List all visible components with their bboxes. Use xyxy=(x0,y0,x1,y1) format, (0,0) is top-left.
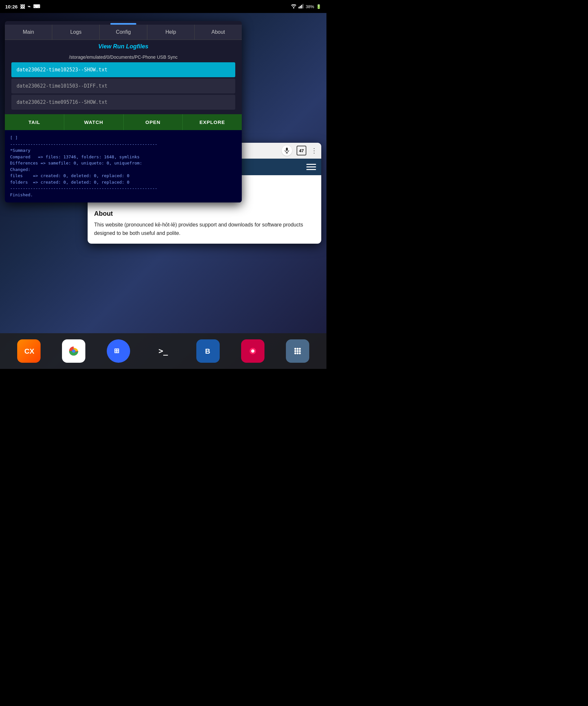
hamburger-icon[interactable] xyxy=(306,164,316,170)
svg-point-26 xyxy=(299,350,301,352)
path-label: /storage/emulated/0/Documents/PC-Phone U… xyxy=(5,53,242,62)
tab-bar: Main Logs Config Help About xyxy=(5,25,242,40)
status-time: 10:26 xyxy=(5,4,17,9)
svg-text:⊞: ⊞ xyxy=(114,347,119,354)
watch-button[interactable]: WATCH xyxy=(64,114,124,130)
dock-record-icon[interactable] xyxy=(241,339,265,363)
app-dock: CX ⊞ >_ B xyxy=(0,333,326,369)
file-list: date230622-time102523--SHOW.txt date2306… xyxy=(5,62,242,114)
dock-beacon-icon[interactable]: B xyxy=(196,339,220,363)
dock-cx-icon[interactable]: CX xyxy=(17,339,41,363)
status-gallery-icon: 🖼 xyxy=(20,4,25,9)
tab-config[interactable]: Config xyxy=(100,25,147,40)
about-section: About This website (pronounced kē-hōt-lē… xyxy=(88,207,321,244)
svg-point-21 xyxy=(294,348,296,350)
tab-about[interactable]: About xyxy=(195,25,242,40)
dock-terminal-icon[interactable]: >_ xyxy=(152,339,175,363)
dock-grid-icon[interactable] xyxy=(286,339,309,363)
svg-point-12 xyxy=(72,349,75,353)
svg-rect-1 xyxy=(299,7,300,8)
tail-button[interactable]: TAIL xyxy=(5,114,64,130)
svg-point-28 xyxy=(297,352,299,354)
svg-rect-2 xyxy=(300,6,301,8)
svg-rect-3 xyxy=(301,5,302,8)
about-title: About xyxy=(94,210,315,218)
file-item-1[interactable]: date230622-time101503--DIFF.txt xyxy=(11,79,235,93)
more-button[interactable]: ⋮ xyxy=(311,147,317,154)
svg-point-0 xyxy=(293,7,294,8)
svg-point-23 xyxy=(299,348,301,350)
svg-point-29 xyxy=(299,352,301,354)
status-wifi-icon xyxy=(291,4,297,9)
status-keyboard-icon: ⌨ xyxy=(33,4,40,9)
tab-count[interactable]: 47 xyxy=(297,146,306,155)
explore-button[interactable]: EXPLORE xyxy=(183,114,242,130)
status-usb-icon: ⌁ xyxy=(28,4,31,9)
tab-logs[interactable]: Logs xyxy=(52,25,100,40)
svg-text:CX: CX xyxy=(24,347,34,355)
tab-main[interactable]: Main xyxy=(5,25,52,40)
open-button[interactable]: OPEN xyxy=(124,114,183,130)
log-output: [ ] ------------------------------------… xyxy=(5,130,242,202)
svg-rect-5 xyxy=(286,148,288,151)
action-buttons: TAIL WATCH OPEN EXPLORE xyxy=(5,114,242,130)
svg-point-25 xyxy=(297,350,299,352)
dock-chrome-icon[interactable] xyxy=(62,339,85,363)
app-window: Main Logs Config Help About View Run Log… xyxy=(5,21,242,202)
svg-rect-4 xyxy=(303,4,303,8)
status-signal-icon xyxy=(299,4,304,9)
svg-text:B: B xyxy=(205,347,210,355)
svg-point-24 xyxy=(294,350,296,352)
svg-point-27 xyxy=(294,352,296,354)
mic-button[interactable] xyxy=(282,145,292,156)
svg-point-22 xyxy=(297,348,299,350)
about-text: This website (pronounced kē-hōt-lē) prov… xyxy=(94,221,315,237)
status-bar: 10:26 🖼 ⌁ ⌨ 38% 🔋 xyxy=(0,0,326,13)
svg-point-19 xyxy=(251,349,254,353)
browser-icons: 47 ⋮ xyxy=(282,145,317,156)
file-item-0[interactable]: date230622-time102523--SHOW.txt xyxy=(11,62,235,77)
tab-help[interactable]: Help xyxy=(147,25,195,40)
file-item-2[interactable]: date230622-time095716--SHOW.txt xyxy=(11,95,235,110)
status-battery-icon: 🔋 xyxy=(316,4,321,9)
section-title: View Run Logfiles xyxy=(5,40,242,53)
dock-qr-icon[interactable]: ⊞ xyxy=(107,339,130,363)
status-battery: 38% xyxy=(306,4,314,9)
terminal-prompt: >_ xyxy=(159,347,168,356)
